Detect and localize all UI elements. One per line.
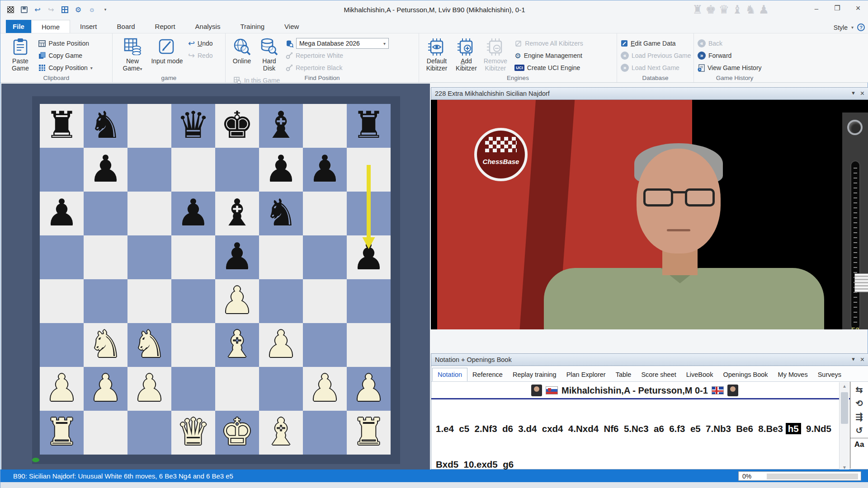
black-bishop-f8[interactable]: ♝	[259, 104, 303, 148]
settings-gear-icon[interactable]: ⚙	[74, 5, 83, 14]
undo-icon[interactable]: ↩	[33, 5, 42, 14]
paste-position-button[interactable]: Paste Position	[38, 38, 92, 49]
volume-slider-handle[interactable]	[854, 273, 868, 292]
tab-training[interactable]: Training	[230, 20, 274, 33]
quick-access-more-icon[interactable]: ▾	[101, 5, 110, 14]
board-square-d4[interactable]	[171, 279, 215, 323]
copy-game-button[interactable]: Copy Game	[38, 50, 92, 61]
help-icon[interactable]: ?	[857, 23, 865, 31]
white-king-e1[interactable]: ♚	[215, 411, 259, 455]
edit-game-data-button[interactable]: Edit Game Data	[621, 38, 691, 49]
board-square-f2[interactable]	[259, 367, 303, 411]
board-square-h7[interactable]	[347, 148, 391, 192]
tab-view[interactable]: View	[274, 20, 309, 33]
save-icon[interactable]	[19, 5, 28, 14]
titlebar-piece-icon[interactable]: ♟	[759, 3, 769, 17]
repertoire-black-button[interactable]: Repertoire Black	[286, 62, 389, 73]
board-square-e2[interactable]	[215, 367, 259, 411]
database-selector[interactable]: Mega Database 2026▾	[286, 38, 389, 49]
white-knight-c3[interactable]: ♞	[127, 323, 171, 367]
video-display[interactable]: ChessBase 50 ▶ 0:01:24 0:06:06 ◀◀	[431, 100, 868, 329]
forward-button[interactable]: » Forward	[698, 50, 762, 61]
board-square-h3[interactable]	[347, 323, 391, 367]
speaker-ring-icon[interactable]	[847, 120, 863, 135]
white-pawn-e4[interactable]: ♟	[215, 279, 259, 323]
tab-analysis[interactable]: Analysis	[185, 20, 231, 33]
notation-tab-score-sheet[interactable]: Score sheet	[636, 368, 681, 381]
board-square-c7[interactable]	[127, 148, 171, 192]
font-settings-button[interactable]: Aa	[850, 438, 868, 449]
black-pawn-g7[interactable]: ♟	[303, 148, 347, 192]
white-rook-a1[interactable]: ♜	[40, 411, 84, 455]
black-queen-d8[interactable]: ♛	[171, 104, 215, 148]
scroll-thumb[interactable]	[841, 392, 848, 424]
titlebar-piece-icon[interactable]: ♞	[745, 3, 755, 17]
board-square-d3[interactable]	[171, 323, 215, 367]
rotate-back-icon[interactable]: ↺	[853, 424, 866, 436]
scroll-up-icon[interactable]: ▲	[840, 382, 849, 390]
notation-tab-table[interactable]: Table	[611, 368, 637, 381]
black-rook-a8[interactable]: ♜	[40, 104, 84, 148]
white-pawn-f3[interactable]: ♟	[259, 323, 303, 367]
current-move[interactable]: h5	[786, 423, 801, 434]
board-windows-icon[interactable]	[60, 5, 69, 14]
load-previous-game-button[interactable]: « Load Previous Game	[621, 50, 691, 61]
white-queen-d1[interactable]: ♛	[171, 411, 215, 455]
notation-tab-plan-explorer[interactable]: Plan Explorer	[561, 368, 611, 381]
white-pawn-c2[interactable]: ♟	[127, 367, 171, 411]
board-square-f5[interactable]	[259, 235, 303, 279]
board-square-e7[interactable]	[215, 148, 259, 192]
board-square-d2[interactable]	[171, 367, 215, 411]
video-close-icon[interactable]: ×	[860, 89, 864, 98]
video-panel-titlebar[interactable]: 228 Extra Mikhalchishin Sicilian Najdorf…	[431, 87, 868, 100]
add-kibitzer-button[interactable]: Add Kibitzer	[453, 37, 480, 72]
notation-tab-my-moves[interactable]: My Moves	[773, 368, 813, 381]
black-pawn-h5[interactable]: ♟	[347, 235, 391, 279]
undo-button[interactable]: ↩ Undo	[188, 38, 213, 49]
board-square-f4[interactable]	[259, 279, 303, 323]
view-game-history-button[interactable]: View Game History	[698, 62, 762, 73]
notation-tab-replay-training[interactable]: Replay training	[508, 368, 561, 381]
board-square-b6[interactable]	[84, 192, 127, 235]
white-pawn-h2[interactable]: ♟	[347, 367, 391, 411]
black-bishop-e6[interactable]: ♝	[215, 192, 259, 235]
volume-slider[interactable]	[851, 161, 859, 329]
engine-management-button[interactable]: ⚙ Engine Management	[514, 50, 583, 61]
notation-close-icon[interactable]: ×	[860, 356, 864, 364]
paste-game-button[interactable]: Paste Game	[4, 37, 37, 72]
board-square-g5[interactable]	[303, 235, 347, 279]
white-knight-b3[interactable]: ♞	[84, 323, 127, 367]
black-rook-h8[interactable]: ♜	[347, 104, 391, 148]
board-square-g1[interactable]	[303, 411, 347, 455]
board-square-g4[interactable]	[303, 279, 347, 323]
minimize-button[interactable]: –	[806, 0, 827, 16]
maximize-button[interactable]: ❐	[827, 0, 848, 16]
redo-icon[interactable]: ↪	[47, 5, 56, 14]
titlebar-piece-icon[interactable]: ♛	[719, 3, 729, 17]
white-bishop-e3[interactable]: ♝	[215, 323, 259, 367]
video-collapse-icon[interactable]: ▾	[852, 89, 855, 98]
default-kibitzer-button[interactable]: Default Kibitzer	[423, 37, 451, 72]
board-square-h4[interactable]	[347, 279, 391, 323]
notation-tab-notation[interactable]: Notation	[432, 368, 467, 381]
tab-insert[interactable]: Insert	[70, 20, 107, 33]
white-bishop-f1[interactable]: ♝	[259, 411, 303, 455]
cycle-variations-icon[interactable]: ⟲	[853, 397, 866, 409]
board-square-g6[interactable]	[303, 192, 347, 235]
copy-position-button[interactable]: Copy Position ▾	[38, 62, 92, 73]
board-square-a3[interactable]	[40, 323, 84, 367]
redo-button[interactable]: ↪ Redo	[188, 50, 213, 61]
black-knight-f6[interactable]: ♞	[259, 192, 303, 235]
tab-board[interactable]: Board	[107, 20, 145, 33]
board-square-d7[interactable]	[171, 148, 215, 192]
tab-home[interactable]: Home	[31, 20, 70, 33]
board-square-b5[interactable]	[84, 235, 127, 279]
create-uci-engine-button[interactable]: UCI Create UCI Engine	[514, 62, 583, 73]
board-square-a5[interactable]	[40, 235, 84, 279]
black-pawn-b7[interactable]: ♟	[84, 148, 127, 192]
titlebar-piece-icon[interactable]: ♚	[705, 3, 716, 17]
remove-kibitzer-button[interactable]: Remove Kibitzer	[482, 37, 509, 72]
style-button[interactable]: Style	[834, 24, 848, 31]
notation-panel-titlebar[interactable]: Notation + Openings Book ▾ ×	[431, 353, 868, 366]
load-next-game-button[interactable]: » Load Next Game	[621, 62, 691, 73]
